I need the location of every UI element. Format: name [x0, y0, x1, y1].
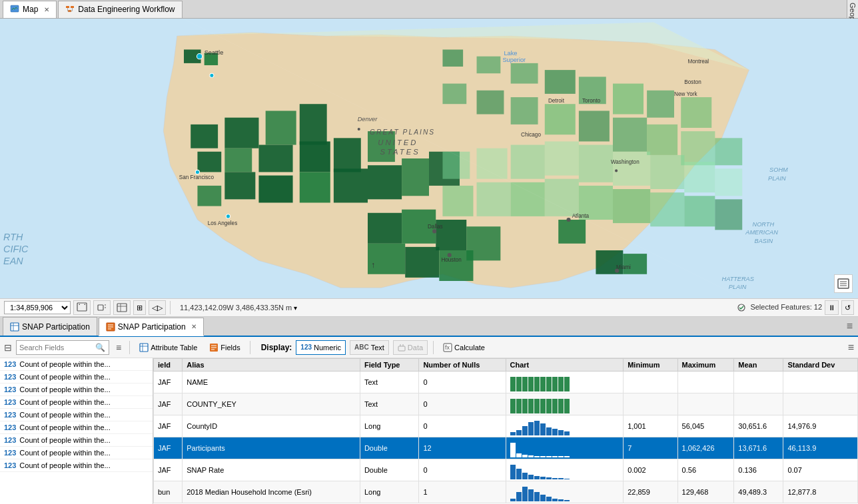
svg-text:San Francisco: San Francisco [179, 174, 214, 180]
svg-point-80 [226, 214, 230, 218]
list-item-7[interactable]: 123 Count of people within the... [0, 447, 153, 459]
tab-map-close[interactable]: ✕ [44, 6, 49, 13]
map-view[interactable]: Seattle San Francisco Los Angeles Denver… [0, 19, 858, 298]
list-item-5[interactable]: 123 Count of people within the... [0, 421, 153, 434]
col-alias[interactable]: Alias [183, 359, 360, 372]
svg-rect-27 [402, 158, 429, 196]
list-item-8[interactable]: 123 Count of people within the... [0, 459, 153, 472]
col-min[interactable]: Minimum [624, 359, 677, 372]
fields-btn[interactable]: Fields [205, 342, 244, 354]
svg-text:fx: fx [445, 344, 450, 351]
list-item-1[interactable]: 123 Count of people within the... [0, 371, 153, 383]
map-toolbar: 1:34,859,906 ⊞ ◁▷ 11,423,142.09W 3,486,4… [0, 298, 858, 317]
scale-selector[interactable]: 1:34,859,906 [4, 301, 71, 314]
fields-menu-icon[interactable]: ≡ [848, 342, 854, 353]
cell-field: JAF [154, 393, 183, 415]
svg-rect-12 [224, 118, 258, 148]
selection-btn[interactable] [93, 300, 111, 315]
svg-rect-41 [579, 111, 610, 141]
attribute-table-btn[interactable]: Attribute Table [135, 342, 201, 354]
svg-rect-48 [511, 145, 545, 179]
list-item-0[interactable]: 123 Count of people within the... [0, 358, 153, 371]
col-nulls[interactable]: Number of Nulls [419, 359, 506, 372]
panel-tab-snap1[interactable]: SNAP Participation [3, 317, 97, 336]
attr-table-icon [139, 343, 149, 352]
numeric-btn[interactable]: 123 Numeric [296, 340, 346, 355]
zoom-to-layer-btn[interactable] [73, 300, 91, 315]
col-max[interactable]: Maximum [677, 359, 734, 372]
map-legend-button[interactable] [834, 274, 853, 293]
cell-alias: COUNTY_KEY [183, 393, 360, 415]
filter-icon[interactable]: ⊟ [4, 342, 12, 353]
svg-rect-37 [442, 84, 466, 105]
svg-point-101 [566, 218, 570, 222]
nav-btn[interactable]: ◁▷ [149, 300, 166, 315]
cell-max: 0.56 [677, 459, 734, 481]
geoprocessing-panel[interactable]: Geoprocessing [847, 0, 858, 18]
coord-dropdown[interactable]: ▾ [294, 304, 297, 312]
table-row[interactable]: JAF CountyID Long 0 [154, 415, 858, 437]
selection-count-icon [737, 303, 746, 312]
svg-point-95 [615, 169, 618, 172]
panel-menu-icon[interactable]: ≡ [847, 320, 853, 332]
text-btn[interactable]: ABC Text [350, 340, 389, 355]
svg-text:GREAT PLAINS: GREAT PLAINS [370, 128, 435, 136]
cell-min: 0.002 [624, 459, 677, 481]
cell-alias: Participants [183, 437, 360, 459]
svg-rect-18 [300, 141, 330, 172]
svg-text:Atlanta: Atlanta [572, 213, 590, 219]
cell-min: 1,001 [624, 415, 677, 437]
svg-rect-121 [98, 305, 103, 310]
refresh-btn[interactable]: ↺ [841, 300, 854, 315]
list-menu-icon[interactable]: ≡ [113, 342, 124, 353]
field-numeric-icon: 123 [4, 461, 16, 469]
col-field[interactable]: ield [154, 359, 183, 372]
svg-rect-34 [613, 84, 644, 115]
svg-rect-2 [71, 6, 74, 8]
col-type[interactable]: Field Type [360, 359, 418, 372]
list-item-6[interactable]: 123 Count of people within the... [0, 434, 153, 447]
cell-field: JAF [154, 437, 183, 459]
calculate-btn[interactable]: fx Calculate [439, 342, 489, 354]
list-item-2[interactable]: 123 Count of people within the... [0, 383, 153, 396]
tab-map-label: Map [23, 5, 38, 14]
display-label: Display: [261, 343, 292, 352]
col-mean[interactable]: Mean [734, 359, 783, 372]
svg-rect-17 [258, 145, 292, 172]
tab-workflow[interactable]: Data Engineering Workflow [58, 1, 182, 18]
data-btn[interactable]: Data [393, 340, 428, 355]
svg-rect-52 [650, 155, 684, 189]
list-item-4[interactable]: 123 Count of people within the... [0, 409, 153, 421]
svg-rect-36 [681, 97, 711, 128]
table-row[interactable]: JAF COUNTY_KEY Text 0 [154, 393, 858, 415]
search-input[interactable] [19, 344, 93, 352]
table-row-highlighted[interactable]: JAF Participants Double 12 [154, 437, 858, 459]
cell-chart [506, 481, 624, 503]
search-magnifier-icon[interactable]: 🔍 [95, 343, 105, 352]
svg-rect-54 [715, 168, 742, 196]
panel-tab-snap2[interactable]: SNAP Participation ✕ [99, 318, 204, 336]
panel-tab2-close[interactable]: ✕ [191, 323, 197, 330]
coordinates-display: 11,423,142.09W 3,486,433.35N m ▾ [180, 304, 297, 312]
svg-rect-35 [647, 91, 674, 118]
list-item-3[interactable]: 123 Count of people within the... [0, 396, 153, 409]
fields-toolbar: ⊟ 🔍 ≡ Attribute Table Fields [0, 337, 858, 358]
table-row[interactable]: JAF SNAP Rate Double 0 [154, 459, 858, 481]
bottom-panel: SNAP Participation SNAP Participation ✕ … [0, 317, 858, 504]
svg-text:Washington: Washington [611, 159, 640, 165]
pause-btn[interactable]: ⏸ [825, 300, 839, 315]
svg-rect-55 [442, 186, 473, 216]
workflow-icon [65, 5, 75, 14]
col-std[interactable]: Standard Dev [783, 359, 858, 372]
col-chart[interactable]: Chart [506, 359, 624, 372]
cell-chart [506, 459, 624, 481]
tab-map[interactable]: Map ✕ [3, 1, 57, 18]
table-btn[interactable] [113, 300, 131, 315]
add-col-btn[interactable]: ⊞ [133, 300, 146, 315]
svg-rect-68 [368, 244, 405, 274]
table-row[interactable]: JAF NAME Text 0 [154, 372, 858, 393]
table-row[interactable]: bun 2018 Median Household Income (Esri) … [154, 481, 858, 503]
field-numeric-icon: 123 [4, 398, 16, 406]
svg-rect-15 [197, 152, 221, 172]
fields-tab-icon [106, 322, 115, 332]
